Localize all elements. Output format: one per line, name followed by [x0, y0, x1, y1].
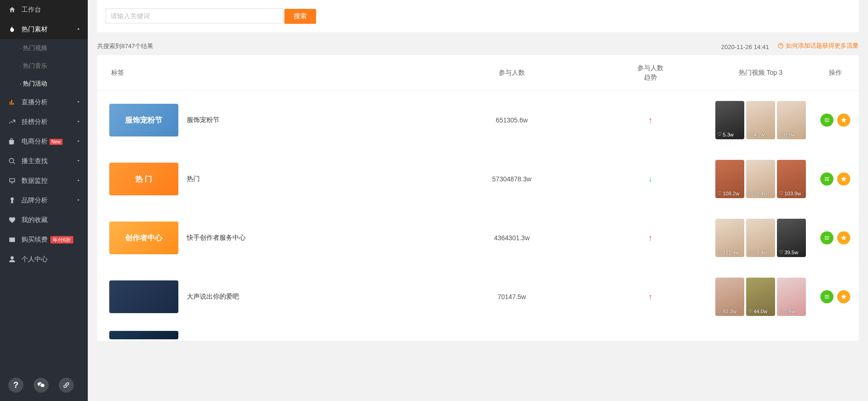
video-thumb[interactable]: ♡6.0w — [777, 101, 806, 139]
brand-icon — [8, 197, 16, 204]
home-icon — [8, 6, 16, 14]
heart-icon: ♡ — [779, 249, 783, 255]
nav-live-analysis[interactable]: 直播分析 — [0, 93, 88, 112]
sub-hot-video[interactable]: · 热门视频 — [0, 39, 88, 57]
results-meta: 2020-11-26 14:41 如何添加话题获得更多流量 — [721, 42, 859, 50]
video-thumb[interactable]: ♡78.4w — [746, 160, 775, 198]
tag-thumbnail: 热 门 — [109, 163, 178, 195]
nav-personal-center[interactable]: 个人中心 — [0, 250, 88, 269]
top3-cell: ♡5.3w♡4.2w♡6.0w — [709, 91, 812, 150]
fire-icon — [8, 26, 16, 33]
nav-ranking-analysis[interactable]: 挂榜分析 — [0, 112, 88, 132]
trend-cell: ↓ — [592, 150, 709, 208]
video-count: ♡39.5w — [779, 249, 798, 255]
video-thumb[interactable]: ♡108.2w — [715, 160, 744, 198]
video-thumb[interactable]: ♡5.3w — [715, 101, 744, 139]
search-panel: 搜索 — [97, 0, 859, 32]
chevron-down-icon — [76, 99, 81, 106]
nav-label: 热门素材 — [21, 25, 79, 34]
video-count: ♡6.0w — [779, 131, 795, 137]
chevron-down-icon — [76, 197, 81, 204]
favorite-button[interactable] — [837, 290, 850, 303]
question-circle-icon — [777, 43, 784, 49]
tag-thumbnail — [109, 280, 178, 313]
arrow-down-icon: ↓ — [648, 174, 652, 184]
heart-icon: ♡ — [748, 131, 753, 137]
video-thumb[interactable]: ♡5.6w — [777, 278, 806, 316]
nav-buy-renew[interactable]: 购买续费年付6折 — [0, 230, 88, 250]
table-row[interactable]: 服饰宠粉节 服饰宠粉节 651305.6w↑♡5.3w♡4.2w♡6.0w — [97, 91, 859, 150]
nav-label: 挂榜分析 — [21, 118, 79, 126]
detail-button[interactable] — [820, 290, 833, 303]
table-row[interactable]: 创作者中心 快手创作者服务中心 4364301.3w↑♡111.4w♡78.4w… — [97, 208, 859, 267]
video-count: ♡78.4w — [748, 249, 767, 255]
nav-brand-analysis[interactable]: 品牌分析 — [0, 191, 88, 210]
tag-title: 服饰宠粉节 — [187, 116, 219, 124]
search-button[interactable]: 搜索 — [284, 9, 316, 24]
table-row[interactable]: 大声说出你的爱吧 70147.5w↑♡92.3w♡44.0w♡5.6w — [97, 267, 859, 326]
video-thumb[interactable]: ♡39.5w — [777, 219, 806, 257]
sub-hot-music[interactable]: · 热门音乐 — [0, 57, 88, 75]
participants-cell: 651305.6w — [432, 91, 592, 150]
favorite-button[interactable] — [837, 231, 850, 244]
search-input[interactable] — [106, 8, 283, 23]
tag-cell: 大声说出你的爱吧 — [109, 280, 427, 313]
new-badge: New — [49, 139, 63, 145]
tag-thumbnail: 服饰宠粉节 — [109, 104, 178, 136]
detail-button[interactable] — [820, 172, 833, 186]
video-thumb[interactable]: ♡44.0w — [746, 278, 775, 316]
discount-badge: 年付6折 — [50, 236, 73, 243]
nav-label: 购买续费年付6折 — [21, 236, 79, 244]
detail-button[interactable] — [820, 114, 833, 127]
heart-icon: ♡ — [717, 190, 722, 196]
video-count: ♡108.2w — [717, 190, 739, 196]
sub-hot-activity[interactable]: · 热门活动 — [0, 75, 88, 93]
heart-icon: ♡ — [779, 131, 783, 137]
heart-icon: ♡ — [748, 190, 753, 196]
heart-icon: ♡ — [717, 131, 722, 137]
nav-hot-materials[interactable]: 热门素材 — [0, 20, 88, 39]
video-count: ♡5.3w — [717, 131, 734, 137]
card-icon — [8, 236, 16, 243]
nav-ecommerce-analysis[interactable]: 电商分析New — [0, 132, 88, 151]
video-thumb[interactable]: ♡78.4w — [746, 219, 775, 257]
heart-icon: ♡ — [748, 249, 753, 255]
table-row[interactable]: 热 门 热门 57304878.3w↓♡108.2w♡78.4w♡103.9w — [97, 150, 859, 208]
tag-thumbnail: 创作者中心 — [109, 222, 178, 254]
favorite-button[interactable] — [837, 172, 850, 186]
tag-title: 热门 — [187, 175, 200, 183]
trend-cell: ↑ — [592, 91, 709, 150]
chart-icon — [8, 99, 16, 106]
nav-my-favorites[interactable]: 我的收藏 — [0, 210, 88, 230]
detail-button[interactable] — [820, 231, 833, 244]
chevron-down-icon — [76, 177, 81, 185]
video-thumb[interactable]: ♡4.2w — [746, 101, 775, 139]
trending-icon — [8, 118, 16, 126]
participants-cell: 57304878.3w — [432, 150, 592, 208]
video-thumb[interactable]: ♡111.4w — [715, 219, 744, 257]
nav-anchor-search[interactable]: 播主查找 — [0, 151, 88, 171]
nav-data-monitor[interactable]: 数据监控 — [0, 171, 88, 191]
monitor-icon — [8, 177, 16, 185]
video-count: ♡103.9w — [779, 190, 801, 196]
favorite-button[interactable] — [837, 114, 850, 127]
heart-icon: ♡ — [779, 308, 783, 314]
help-link[interactable]: 如何添加话题获得更多流量 — [777, 42, 859, 50]
tag-thumbnail — [109, 331, 178, 339]
nav-label: 播主查找 — [21, 157, 79, 165]
video-count: ♡92.3w — [717, 308, 736, 314]
video-thumb[interactable]: ♡92.3w — [715, 278, 744, 316]
table-panel: 标签 参与人数 参与人数趋势 热门视频 Top 3 操作 服饰宠粉节 服饰宠粉节… — [97, 55, 859, 341]
participants-cell: 4364301.3w — [432, 208, 592, 267]
actions-cell — [812, 267, 859, 326]
video-count: ♡111.4w — [717, 249, 739, 255]
participants-cell: 70147.5w — [432, 267, 592, 326]
nav-workbench[interactable]: 工作台 — [0, 0, 88, 20]
nav-label: 数据监控 — [21, 177, 79, 185]
heart-icon: ♡ — [748, 308, 753, 314]
tag-title: 快手创作者服务中心 — [187, 234, 246, 242]
nav-label: 品牌分析 — [21, 196, 79, 205]
nav-label: 工作台 — [21, 6, 79, 14]
video-thumb[interactable]: ♡103.9w — [777, 160, 806, 198]
trend-cell: ↑ — [592, 208, 709, 267]
